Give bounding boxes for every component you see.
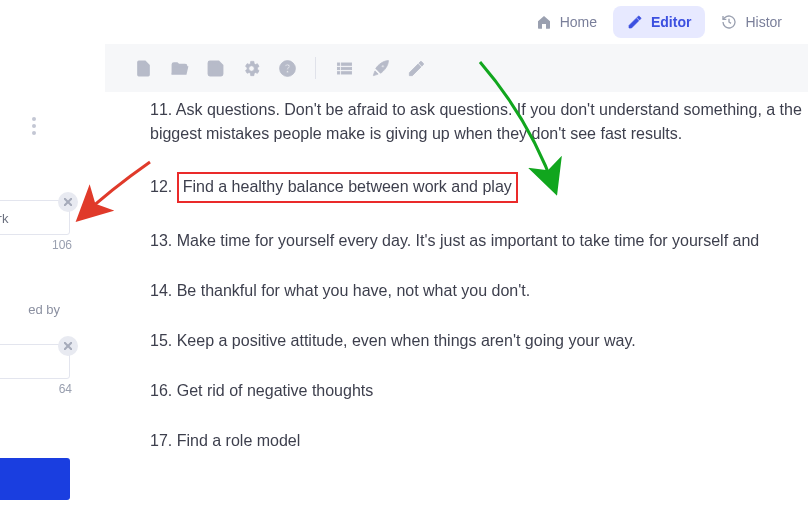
line-13: 13. Make time for yourself every day. It…: [150, 229, 808, 253]
toolbar-list[interactable]: [326, 44, 362, 92]
svg-rect-4: [341, 67, 351, 69]
svg-rect-2: [341, 62, 351, 64]
editor-toolbar: [105, 44, 808, 92]
left-sidebar: work 106 ed by ity 64: [0, 92, 80, 519]
help-icon: [278, 59, 297, 78]
nav-editor-label: Editor: [651, 14, 691, 30]
svg-point-7: [381, 64, 383, 66]
line-14: 14. Be thankful for what you have, not w…: [150, 279, 808, 303]
nav-editor[interactable]: Editor: [613, 6, 705, 38]
file-icon: [134, 59, 153, 78]
toolbar-help[interactable]: [269, 44, 305, 92]
nav-home[interactable]: Home: [522, 6, 611, 38]
pencil-icon: [627, 14, 643, 30]
card-close-2[interactable]: [58, 336, 78, 356]
sidebar-more[interactable]: [20, 112, 48, 140]
toolbar-rocket[interactable]: [362, 44, 398, 92]
nav-history[interactable]: Histor: [707, 6, 796, 38]
save-icon: [206, 59, 225, 78]
svg-point-8: [32, 117, 36, 121]
home-icon: [536, 14, 552, 30]
line-17: 17. Find a role model: [150, 429, 808, 453]
sidebar-primary-button[interactable]: [0, 458, 70, 500]
line-11: 11. Ask questions. Don't be afraid to as…: [150, 98, 808, 146]
list-icon: [335, 59, 354, 78]
close-icon: [64, 342, 72, 350]
editor-content[interactable]: 11. Ask questions. Don't be afraid to as…: [150, 98, 808, 479]
line-15: 15. Keep a positive attitude, even when …: [150, 329, 808, 353]
line-16: 16. Get rid of negative thoughts: [150, 379, 808, 403]
nav-home-label: Home: [560, 14, 597, 30]
nav-history-label: Histor: [745, 14, 782, 30]
toolbar-separator: [315, 57, 316, 79]
edit-icon: [407, 59, 426, 78]
sidebar-card-2[interactable]: ity 64: [0, 344, 70, 379]
card-1-text: work: [0, 211, 8, 226]
toolbar-open-folder[interactable]: [161, 44, 197, 92]
svg-rect-6: [341, 71, 351, 73]
sidebar-small-label: ed by: [0, 302, 60, 317]
svg-rect-3: [337, 67, 339, 69]
arrow-red: [80, 162, 150, 218]
toolbar-edit[interactable]: [398, 44, 434, 92]
close-icon: [64, 198, 72, 206]
svg-point-10: [32, 131, 36, 135]
svg-point-9: [32, 124, 36, 128]
top-nav: Home Editor Histor: [522, 0, 808, 44]
rocket-icon: [371, 59, 390, 78]
line-12-highlight: Find a healthy balance between work and …: [177, 172, 518, 203]
history-icon: [721, 14, 737, 30]
line-12: 12. Find a healthy balance between work …: [150, 172, 808, 203]
line-12-prefix: 12.: [150, 178, 177, 195]
toolbar-settings[interactable]: [233, 44, 269, 92]
card-1-count: 106: [52, 238, 72, 252]
card-close-1[interactable]: [58, 192, 78, 212]
card-2-count: 64: [59, 382, 72, 396]
toolbar-new-file[interactable]: [125, 44, 161, 92]
dots-vertical-icon: [32, 117, 36, 135]
svg-rect-5: [337, 71, 339, 73]
sidebar-card-1[interactable]: work 106: [0, 200, 70, 235]
gear-icon: [242, 59, 261, 78]
folder-open-icon: [170, 59, 189, 78]
toolbar-save[interactable]: [197, 44, 233, 92]
svg-rect-1: [337, 62, 339, 64]
